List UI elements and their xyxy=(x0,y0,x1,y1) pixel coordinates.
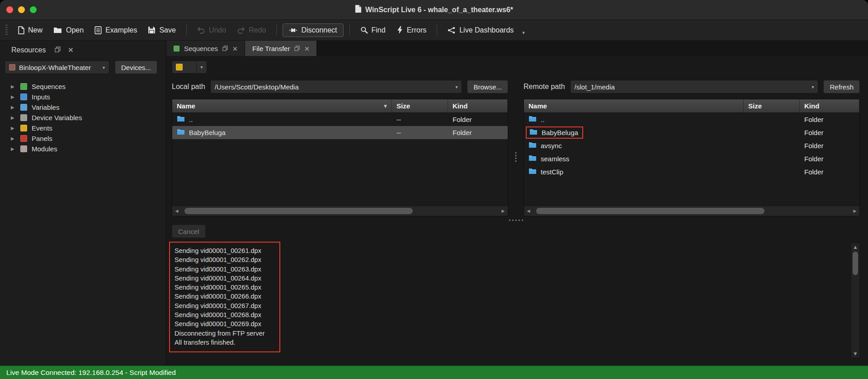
horizontal-scrollbar[interactable]: ◀ ▶ xyxy=(524,206,859,216)
traffic-close-button[interactable] xyxy=(6,6,13,13)
close-tab-icon[interactable] xyxy=(233,45,237,52)
chevron-down-icon[interactable]: ▾ xyxy=(811,84,814,89)
chevron-down-icon[interactable]: ▾ xyxy=(522,30,525,36)
close-panel-icon[interactable] xyxy=(68,46,73,54)
scroll-up-icon[interactable]: ▲ xyxy=(851,243,859,251)
new-button[interactable]: New xyxy=(13,23,47,37)
cancel-button[interactable]: Cancel xyxy=(172,225,206,238)
slot-selector[interactable]: ▾ xyxy=(172,61,207,74)
errors-button[interactable]: Errors xyxy=(392,23,431,37)
column-header-kind[interactable]: Kind xyxy=(448,99,508,112)
open-folder-icon xyxy=(53,27,62,34)
cancel-button-label: Cancel xyxy=(178,228,199,235)
file-name: BabyBeluga xyxy=(189,129,226,136)
traffic-zoom-button[interactable] xyxy=(30,6,37,13)
close-tab-icon[interactable] xyxy=(305,45,309,52)
tree-item-modules[interactable]: ▶ Modules xyxy=(0,144,166,154)
save-button[interactable]: Save xyxy=(143,23,180,37)
tab-file-transfer[interactable]: File Transfer xyxy=(245,41,317,56)
pane-splitter[interactable] xyxy=(508,80,524,216)
traffic-lights xyxy=(6,6,37,13)
table-row[interactable]: BabyBeluga Folder xyxy=(524,126,859,139)
table-row[interactable]: seamless Folder xyxy=(524,152,859,165)
scrollbar-track[interactable] xyxy=(181,206,499,216)
tab-label: File Transfer xyxy=(252,45,290,52)
tree-item-device-variables[interactable]: ▶ Device Variables xyxy=(0,112,166,123)
table-row-selected[interactable]: BabyBeluga -- Folder xyxy=(172,126,508,139)
column-header-size[interactable]: Size xyxy=(744,99,800,112)
scroll-down-icon[interactable]: ▼ xyxy=(851,350,859,358)
live-dashboards-button[interactable]: Live Dashboards xyxy=(443,23,518,37)
redo-button[interactable]: Redo xyxy=(232,23,270,37)
expand-caret-icon[interactable]: ▶ xyxy=(11,115,16,120)
column-header-kind[interactable]: Kind xyxy=(800,99,859,112)
column-label: Size xyxy=(396,102,410,110)
disconnect-icon xyxy=(289,27,297,34)
scroll-right-icon[interactable]: ▶ xyxy=(850,209,859,213)
open-button[interactable]: Open xyxy=(49,23,88,37)
redo-button-label: Redo xyxy=(249,26,266,34)
scrollbar-track[interactable] xyxy=(851,275,859,350)
browse-button[interactable]: Browse... xyxy=(467,80,508,94)
tree-item-variables[interactable]: ▶ Variables xyxy=(0,102,166,112)
scroll-left-icon[interactable]: ◀ xyxy=(524,209,533,213)
device-selector[interactable]: BinloopX-WhaleTheater ▾ xyxy=(5,61,109,74)
scroll-right-icon[interactable]: ▶ xyxy=(499,209,508,213)
table-row[interactable]: .. -- Folder xyxy=(172,113,508,126)
tree-item-sequences[interactable]: ▶ Sequences xyxy=(0,81,166,92)
scrollbar-thumb[interactable] xyxy=(853,252,858,275)
float-panel-icon[interactable] xyxy=(55,46,61,54)
tree-item-inputs[interactable]: ▶ Inputs xyxy=(0,92,166,102)
tree-item-panels[interactable]: ▶ Panels xyxy=(0,133,166,144)
tab-sequences[interactable]: Sequences xyxy=(166,41,245,56)
chevron-down-icon[interactable]: ▾ xyxy=(455,84,458,89)
expand-caret-icon[interactable]: ▶ xyxy=(11,94,16,99)
table-row[interactable]: avsync Folder xyxy=(524,139,859,152)
scrollbar-thumb[interactable] xyxy=(184,208,413,214)
column-label: Size xyxy=(748,102,762,110)
refresh-button[interactable]: Refresh xyxy=(823,80,860,94)
undo-button[interactable]: Undo xyxy=(193,23,231,37)
folder-icon xyxy=(177,116,185,123)
device-row: BinloopX-WhaleTheater ▾ Devices... xyxy=(0,60,166,74)
scroll-left-icon[interactable]: ◀ xyxy=(172,209,181,213)
examples-button[interactable]: Examples xyxy=(90,23,142,37)
table-header: Name Size Kind xyxy=(524,99,859,113)
splitter-grip-icon[interactable] xyxy=(509,220,523,221)
disconnect-button[interactable]: Disconnect xyxy=(283,23,343,37)
scrollbar-thumb[interactable] xyxy=(536,208,764,214)
expand-caret-icon[interactable]: ▶ xyxy=(11,84,16,89)
tree-item-label: Variables xyxy=(32,103,59,111)
chevron-down-icon[interactable]: ▾ xyxy=(196,61,207,73)
devices-button[interactable]: Devices... xyxy=(115,61,157,74)
tab-bar: Sequences File Transfer xyxy=(166,41,868,56)
expand-caret-icon[interactable]: ▶ xyxy=(11,146,16,151)
vertical-scrollbar[interactable]: ▲ ▼ xyxy=(851,243,860,358)
column-header-name[interactable]: Name ▼ xyxy=(172,99,392,112)
file-kind: Folder xyxy=(800,168,859,176)
horizontal-scrollbar[interactable]: ◀ ▶ xyxy=(172,206,508,216)
expand-caret-icon[interactable]: ▶ xyxy=(11,136,16,141)
panels-icon xyxy=(20,135,27,142)
splitter-grip-icon[interactable] xyxy=(515,152,517,162)
content-area: Resources BinloopX-WhaleTheater ▾ xyxy=(0,41,868,365)
column-header-size[interactable]: Size xyxy=(392,99,448,112)
table-row[interactable]: .. Folder xyxy=(524,113,859,126)
expand-caret-icon[interactable]: ▶ xyxy=(11,105,16,110)
traffic-minimize-button[interactable] xyxy=(18,6,25,13)
expand-caret-icon[interactable]: ▶ xyxy=(11,126,16,131)
remote-path-combobox[interactable]: /slot_1/media ▾ xyxy=(570,80,819,94)
scrollbar-track[interactable] xyxy=(533,206,850,216)
tree-item-events[interactable]: ▶ Events xyxy=(0,123,166,133)
file-name: BabyBeluga xyxy=(542,129,578,136)
title-bar: WinScript Live 6 - whale_of_a_theater.ws… xyxy=(0,0,868,20)
float-tab-icon[interactable] xyxy=(294,45,300,52)
float-tab-icon[interactable] xyxy=(222,45,228,52)
horizontal-splitter[interactable] xyxy=(172,216,860,224)
table-row[interactable]: testClip Folder xyxy=(524,165,859,178)
toolbar-drag-handle-icon[interactable] xyxy=(5,25,8,36)
find-button[interactable]: Find xyxy=(356,23,390,37)
local-path-combobox[interactable]: /Users/Scott/Desktop/Media ▾ xyxy=(210,80,462,94)
sort-indicator-icon: ▼ xyxy=(384,104,387,108)
column-header-name[interactable]: Name xyxy=(524,99,744,112)
